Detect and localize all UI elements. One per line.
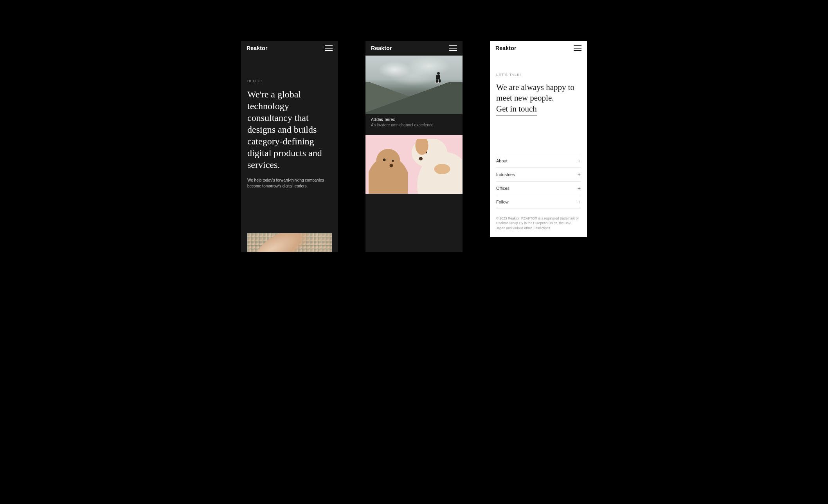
case-study-image[interactable]	[365, 56, 463, 114]
mobile-screen-work: Reaktor Adidas Terrex An in-store omnich…	[365, 41, 463, 252]
topbar: Reaktor	[241, 41, 338, 56]
case-study-caption: Adidas Terrex An in-store omnichannel ex…	[365, 114, 463, 135]
legal-text: © 2023 Reaktor. REAKTOR is a registered …	[496, 209, 581, 236]
accordion-item-industries[interactable]: Industries +	[496, 168, 581, 182]
brand-logo[interactable]: Reaktor	[247, 45, 268, 51]
case-study-subtitle: An in-store omnichannel experience	[371, 123, 457, 127]
contact-heading-text: We are always happy to meet new people.	[496, 83, 574, 103]
plus-icon: +	[578, 199, 581, 205]
hero-image	[247, 233, 332, 252]
accordion-label: Industries	[496, 172, 515, 177]
mobile-screen-contact: Reaktor LET'S TALK! We are always happy …	[490, 41, 587, 237]
hamburger-menu-icon[interactable]	[574, 45, 581, 51]
accordion-item-about[interactable]: About +	[496, 154, 581, 168]
eyebrow-label: LET'S TALK!	[496, 73, 581, 77]
get-in-touch-link[interactable]: Get in touch	[496, 104, 537, 115]
topbar: Reaktor	[365, 41, 463, 56]
plus-icon: +	[578, 172, 581, 177]
eyebrow-label: HELLO!	[247, 79, 332, 83]
hamburger-menu-icon[interactable]	[449, 45, 457, 51]
brand-logo[interactable]: Reaktor	[371, 45, 392, 51]
contact-heading: We are always happy to meet new people. …	[496, 82, 581, 115]
hamburger-menu-icon[interactable]	[325, 45, 333, 51]
plus-icon: +	[578, 185, 581, 191]
accordion-label: About	[496, 158, 508, 163]
footer-accordion: About + Industries + Offices + Follow +	[496, 154, 581, 209]
accordion-item-follow[interactable]: Follow +	[496, 195, 581, 209]
plus-icon: +	[578, 158, 581, 164]
hero-subtext: We help today's forward-thinking compani…	[247, 178, 326, 189]
case-study-image[interactable]	[365, 135, 463, 194]
accordion-label: Follow	[496, 200, 509, 204]
accordion-label: Offices	[496, 186, 509, 191]
case-study-title: Adidas Terrex	[371, 117, 457, 122]
mobile-screen-home: Reaktor HELLO! We're a global technology…	[241, 41, 338, 252]
topbar: Reaktor	[490, 41, 587, 56]
hero-heading: We're a global technology consultancy th…	[247, 88, 332, 171]
brand-logo[interactable]: Reaktor	[495, 45, 517, 51]
accordion-item-offices[interactable]: Offices +	[496, 182, 581, 195]
